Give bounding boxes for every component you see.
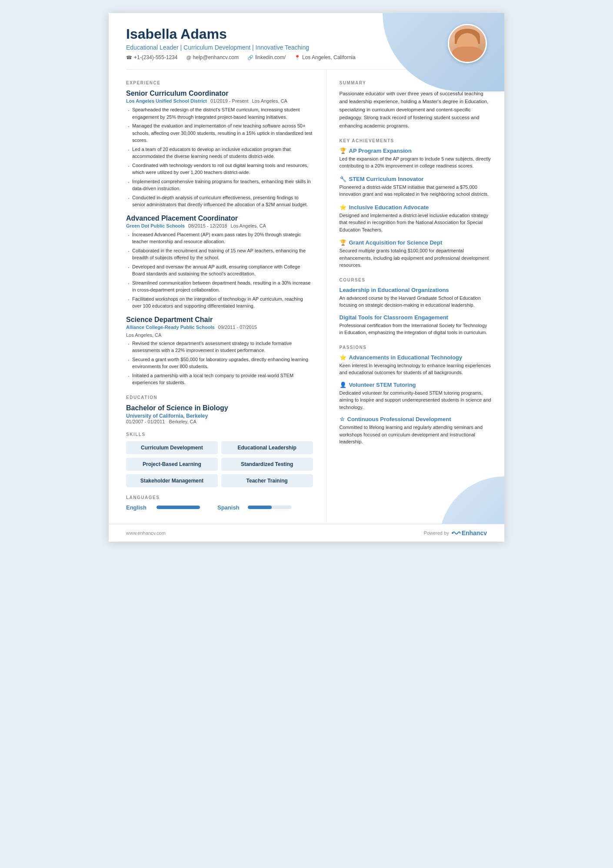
passion-2-text: Dedicated volunteer for community-based … bbox=[340, 389, 492, 411]
job-3-meta: Alliance College-Ready Public Schools 09… bbox=[126, 325, 313, 330]
skill-tag: Teacher Training bbox=[221, 474, 313, 487]
footer: www.enhancv.com Powered by Enhancv bbox=[109, 524, 504, 542]
email-icon: @ bbox=[186, 55, 191, 60]
job-1-meta: Los Angeles Unified School District 01/2… bbox=[126, 98, 313, 104]
left-column: EXPERIENCE Senior Curriculum Coordinator… bbox=[109, 70, 326, 524]
achievement-4-title: 🏆 Grant Acquisition for Science Dept bbox=[340, 239, 492, 246]
job-1-title: Senior Curriculum Coordinator bbox=[126, 90, 313, 97]
contact-phone: ☎ +1-(234)-555-1234 bbox=[126, 54, 177, 60]
right-column: SUMMARY Passionate educator with over th… bbox=[326, 70, 505, 524]
course-2-title: Digital Tools for Classroom Engagement bbox=[340, 314, 492, 321]
course-2-text: Professional certification from the Inte… bbox=[340, 322, 492, 336]
job-2-title: Advanced Placement Coordinator bbox=[126, 214, 313, 222]
language-fill bbox=[157, 506, 200, 509]
bullet-item: Managed the evaluation and implementatio… bbox=[126, 122, 313, 144]
job-2: Advanced Placement Coordinator Green Dot… bbox=[126, 214, 313, 310]
job-2-bullets: Increased Advanced Placement (AP) exam p… bbox=[126, 231, 313, 310]
edu-school: University of California, Berkeley bbox=[126, 413, 313, 419]
phone-icon: ☎ bbox=[126, 55, 132, 60]
job-3-location: Los Angeles, CA bbox=[126, 332, 313, 338]
course-1: Leadership in Educational Organizations … bbox=[340, 287, 492, 309]
linkedin-icon: 🔗 bbox=[247, 55, 253, 60]
passion-1-icon: ⭐ bbox=[340, 354, 346, 361]
achievements-section-label: KEY ACHIEVEMENTS bbox=[340, 138, 492, 143]
achievement-3: ⭐ Inclusive Education Advocate Designed … bbox=[340, 204, 492, 234]
skill-tag: Project-Based Learning bbox=[126, 458, 218, 471]
course-2: Digital Tools for Classroom Engagement P… bbox=[340, 314, 492, 336]
passion-2-title: 👤 Volunteer STEM Tutoring bbox=[340, 382, 492, 388]
passion-3: ☆ Continuous Professional Development Co… bbox=[340, 416, 492, 446]
achievement-1-icon: 🏆 bbox=[340, 147, 346, 154]
skill-tag: Stakeholder Management bbox=[126, 474, 218, 487]
job-1: Senior Curriculum Coordinator Los Angele… bbox=[126, 90, 313, 208]
avatar-body bbox=[452, 47, 483, 62]
contact-email: @ help@enhancv.com bbox=[186, 54, 239, 60]
avatar-image bbox=[449, 25, 486, 62]
courses-section-label: COURSES bbox=[340, 278, 492, 282]
achievement-4: 🏆 Grant Acquisition for Science Dept Sec… bbox=[340, 239, 492, 269]
job-2-meta: Green Dot Public Schools 08/2015 - 12/20… bbox=[126, 223, 313, 228]
language-spanish: Spanish bbox=[217, 504, 291, 511]
job-3-dates: 09/2011 - 07/2015 bbox=[218, 325, 257, 330]
job-3: Science Department Chair Alliance Colleg… bbox=[126, 316, 313, 386]
experience-section-label: EXPERIENCE bbox=[126, 80, 313, 85]
bullet-item: Revised the science department's assessm… bbox=[126, 340, 313, 354]
resume-container: Isabella Adams Educational Leader | Curr… bbox=[109, 13, 504, 542]
enhancv-logo-icon bbox=[452, 530, 460, 536]
candidate-name: Isabella Adams bbox=[126, 26, 487, 42]
location-icon: 📍 bbox=[294, 55, 300, 60]
avatar bbox=[448, 24, 487, 63]
course-1-title: Leadership in Educational Organizations bbox=[340, 287, 492, 293]
job-3-title: Science Department Chair bbox=[126, 316, 313, 324]
job-3-bullets: Revised the science department's assessm… bbox=[126, 340, 313, 386]
main-content: EXPERIENCE Senior Curriculum Coordinator… bbox=[109, 70, 504, 524]
candidate-title: Educational Leader | Curriculum Developm… bbox=[126, 44, 487, 51]
passion-3-text: Committed to lifelong learning and regul… bbox=[340, 424, 492, 446]
bullet-item: Spearheaded the redesign of the district… bbox=[126, 106, 313, 121]
footer-url: www.enhancv.com bbox=[126, 530, 166, 536]
skill-tag: Curriculum Development bbox=[126, 441, 218, 454]
passion-1-title: ⭐ Advancements in Educational Technology bbox=[340, 354, 492, 361]
language-name: Spanish bbox=[217, 504, 243, 511]
job-2-dates: 08/2015 - 12/2018 bbox=[188, 223, 227, 228]
footer-powered: Powered by Enhancv bbox=[424, 530, 487, 536]
edu-degree: Bachelor of Science in Biology bbox=[126, 404, 313, 412]
svg-point-0 bbox=[452, 532, 453, 534]
achievement-1: 🏆 AP Program Expansion Led the expansion… bbox=[340, 147, 492, 170]
bullet-item: Initiated a partnership with a local tec… bbox=[126, 372, 313, 386]
languages-section-label: LANGUAGES bbox=[126, 495, 313, 500]
enhancv-logo: Enhancv bbox=[452, 530, 487, 536]
passion-2: 👤 Volunteer STEM Tutoring Dedicated volu… bbox=[340, 382, 492, 411]
education-entry: Bachelor of Science in Biology Universit… bbox=[126, 404, 313, 424]
summary-text: Passionate educator with over three year… bbox=[340, 90, 492, 130]
language-english: English bbox=[126, 504, 200, 511]
skills-grid: Curriculum Development Educational Leade… bbox=[126, 441, 313, 487]
achievement-1-title: 🏆 AP Program Expansion bbox=[340, 147, 492, 154]
bullet-item: Facilitated workshops on the integration… bbox=[126, 295, 313, 310]
achievement-4-text: Secured multiple grants totaling $100,00… bbox=[340, 247, 492, 269]
job-2-company: Green Dot Public Schools bbox=[126, 223, 185, 228]
job-3-company: Alliance College-Ready Public Schools bbox=[126, 325, 215, 330]
contact-linkedin: 🔗 linkedin.com/ bbox=[247, 54, 286, 60]
bullet-item: Developed and oversaw the annual AP audi… bbox=[126, 263, 313, 278]
language-bar bbox=[248, 506, 291, 509]
job-1-company: Los Angeles Unified School District bbox=[126, 98, 207, 104]
passion-2-icon: 👤 bbox=[340, 382, 346, 388]
achievement-2: 🔧 STEM Curriculum Innovator Pioneered a … bbox=[340, 176, 492, 198]
passion-1: ⭐ Advancements in Educational Technology… bbox=[340, 354, 492, 376]
job-1-dates: 01/2019 - Present bbox=[210, 98, 248, 104]
bullet-item: Collaborated in the recruitment and trai… bbox=[126, 247, 313, 261]
skill-tag: Educational Leadership bbox=[221, 441, 313, 454]
bullet-item: Led a team of 20 educators to develop an… bbox=[126, 146, 313, 160]
language-bar bbox=[157, 506, 200, 509]
job-1-bullets: Spearheaded the redesign of the district… bbox=[126, 106, 313, 208]
job-2-location: Los Angeles, CA bbox=[230, 223, 266, 228]
bullet-item: Increased Advanced Placement (AP) exam p… bbox=[126, 231, 313, 245]
course-1-text: An advanced course by the Harvard Gradua… bbox=[340, 295, 492, 309]
achievement-2-text: Pioneered a district-wide STEM initiativ… bbox=[340, 184, 492, 198]
achievement-3-text: Designed and implemented a district-leve… bbox=[340, 212, 492, 234]
skills-section-label: SKILLS bbox=[126, 432, 313, 437]
bullet-item: Coordinated with technology vendors to r… bbox=[126, 162, 313, 176]
language-fill bbox=[248, 506, 272, 509]
passion-1-text: Keen interest in leveraging technology t… bbox=[340, 362, 492, 376]
